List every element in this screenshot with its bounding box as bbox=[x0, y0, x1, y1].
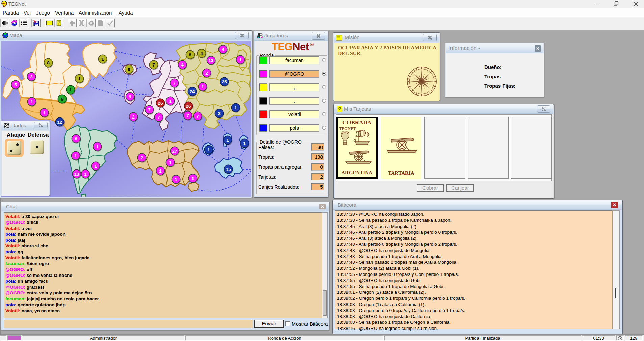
svg-text:1: 1 bbox=[207, 147, 210, 152]
svg-text:1: 1 bbox=[94, 164, 97, 169]
svg-text:1: 1 bbox=[74, 153, 77, 158]
svg-text:4: 4 bbox=[181, 62, 184, 68]
svg-text:15: 15 bbox=[226, 167, 231, 172]
svg-text:1: 1 bbox=[191, 176, 194, 181]
svg-text:13: 13 bbox=[74, 172, 79, 177]
svg-text:7: 7 bbox=[186, 113, 189, 118]
svg-text:8: 8 bbox=[47, 60, 50, 65]
svg-text:1: 1 bbox=[243, 141, 246, 146]
svg-text:1: 1 bbox=[30, 99, 33, 104]
svg-text:1: 1 bbox=[169, 99, 172, 104]
svg-text:1: 1 bbox=[69, 87, 72, 93]
svg-text:9: 9 bbox=[128, 67, 130, 72]
svg-text:7: 7 bbox=[157, 115, 160, 120]
svg-text:4: 4 bbox=[222, 47, 224, 52]
svg-text:6: 6 bbox=[75, 136, 77, 141]
svg-text:26: 26 bbox=[186, 104, 191, 109]
svg-text:9: 9 bbox=[129, 94, 131, 99]
svg-text:3: 3 bbox=[30, 74, 33, 79]
svg-text:1: 1 bbox=[234, 105, 237, 110]
svg-text:1: 1 bbox=[169, 160, 172, 165]
svg-text:27: 27 bbox=[172, 149, 177, 154]
svg-text:2: 2 bbox=[218, 111, 221, 116]
svg-text:7: 7 bbox=[173, 81, 176, 86]
svg-text:2: 2 bbox=[140, 155, 143, 160]
svg-text:1: 1 bbox=[239, 57, 242, 62]
svg-text:26: 26 bbox=[158, 101, 163, 106]
svg-text:1: 1 bbox=[78, 76, 81, 81]
svg-text:1: 1 bbox=[84, 172, 87, 177]
svg-text:2: 2 bbox=[132, 114, 135, 120]
svg-text:13: 13 bbox=[208, 58, 214, 63]
svg-text:1: 1 bbox=[43, 110, 46, 115]
svg-text:25: 25 bbox=[222, 79, 227, 84]
svg-text:1: 1 bbox=[201, 84, 204, 89]
svg-text:1: 1 bbox=[226, 138, 229, 143]
svg-text:7: 7 bbox=[148, 107, 151, 112]
svg-text:1: 1 bbox=[175, 177, 177, 182]
svg-text:2: 2 bbox=[205, 71, 208, 76]
svg-text:7: 7 bbox=[196, 114, 199, 119]
svg-text:TEG: TEG bbox=[2, 2, 7, 5]
svg-text:7: 7 bbox=[152, 62, 155, 68]
svg-text:8: 8 bbox=[189, 52, 191, 57]
svg-text:4: 4 bbox=[200, 51, 203, 56]
svg-text:12: 12 bbox=[57, 120, 62, 125]
svg-text:6: 6 bbox=[61, 97, 63, 102]
svg-text:24: 24 bbox=[189, 89, 195, 94]
svg-text:1: 1 bbox=[101, 57, 104, 62]
svg-text:5: 5 bbox=[14, 82, 17, 87]
svg-text:1: 1 bbox=[159, 168, 162, 174]
svg-text:1: 1 bbox=[96, 144, 99, 149]
